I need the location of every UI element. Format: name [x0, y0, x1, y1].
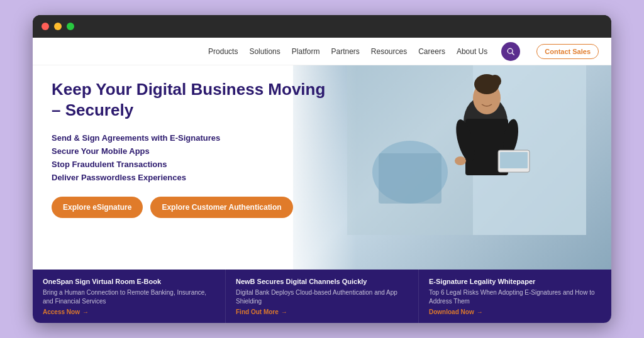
nav-careers[interactable]: Careers: [418, 47, 445, 56]
svg-rect-14: [500, 152, 528, 168]
explore-authentication-button[interactable]: Explore Customer Authentication: [150, 197, 292, 218]
hero-title: Keep Your Digital Business Moving – Secu…: [52, 79, 328, 120]
card-1: OneSpan Sign Virtual Room E-Book Bring a…: [33, 270, 226, 323]
bullet-2: Secure Your Mobile Apps: [52, 144, 328, 158]
svg-rect-16: [379, 153, 441, 204]
bullet-1: Send & Sign Agreements with E-Signatures: [52, 131, 328, 144]
card-1-link[interactable]: Access Now →: [43, 308, 215, 315]
card-1-title: OneSpan Sign Virtual Room E-Book: [43, 277, 215, 286]
card-2-title: NewB Secures Digital Channels Quickly: [236, 277, 408, 286]
card-3-desc: Top 6 Legal Risks When Adopting E-Signat…: [429, 288, 601, 306]
nav-about[interactable]: About Us: [457, 47, 487, 56]
nav-resources[interactable]: Resources: [371, 47, 407, 56]
bullet-4: Deliver Passwordless Experiences: [52, 171, 328, 184]
nav-platform[interactable]: Platform: [292, 47, 320, 56]
arrow-icon: →: [281, 308, 287, 315]
maximize-dot[interactable]: [67, 23, 74, 30]
nav-products[interactable]: Products: [208, 47, 238, 56]
nav-links: Products Solutions Platform Partners Res…: [208, 42, 599, 61]
hero-section: Keep Your Digital Business Moving – Secu…: [33, 65, 611, 270]
explore-esignature-button[interactable]: Explore eSignature: [52, 197, 143, 218]
search-icon: [506, 47, 515, 56]
card-3-title: E-Signature Legality Whitepaper: [429, 277, 601, 286]
search-button[interactable]: [501, 42, 520, 61]
nav-solutions[interactable]: Solutions: [249, 47, 280, 56]
card-2: NewB Secures Digital Channels Quickly Di…: [226, 270, 419, 323]
hero-buttons: Explore eSignature Explore Customer Auth…: [52, 197, 328, 218]
hero-bullets: Send & Sign Agreements with E-Signatures…: [52, 131, 328, 184]
browser-chrome: [33, 15, 611, 38]
navigation: Products Solutions Platform Partners Res…: [33, 38, 611, 65]
svg-point-7: [489, 75, 501, 87]
svg-point-11: [455, 156, 466, 165]
cards-strip: OneSpan Sign Virtual Room E-Book Bring a…: [33, 270, 611, 323]
contact-sales-button[interactable]: Contact Sales: [536, 44, 599, 59]
hero-content: Keep Your Digital Business Moving – Secu…: [33, 65, 347, 226]
card-2-link[interactable]: Find Out More →: [236, 308, 408, 315]
minimize-dot[interactable]: [54, 23, 62, 30]
card-1-desc: Bring a Human Connection to Remote Banki…: [43, 288, 215, 306]
hero-person-image: [347, 65, 586, 235]
arrow-icon: →: [477, 308, 483, 315]
card-3-link[interactable]: Download Now →: [429, 308, 601, 315]
arrow-icon: →: [82, 308, 89, 315]
nav-partners[interactable]: Partners: [331, 47, 359, 56]
close-dot[interactable]: [42, 23, 49, 30]
website-content: Products Solutions Platform Partners Res…: [33, 38, 611, 323]
browser-window: Products Solutions Platform Partners Res…: [33, 15, 611, 323]
card-3: E-Signature Legality Whitepaper Top 6 Le…: [419, 270, 611, 323]
bullet-3: Stop Fraudulent Transactions: [52, 158, 328, 171]
svg-line-1: [512, 53, 514, 55]
card-2-desc: Digital Bank Deploys Cloud-based Authent…: [236, 288, 408, 306]
